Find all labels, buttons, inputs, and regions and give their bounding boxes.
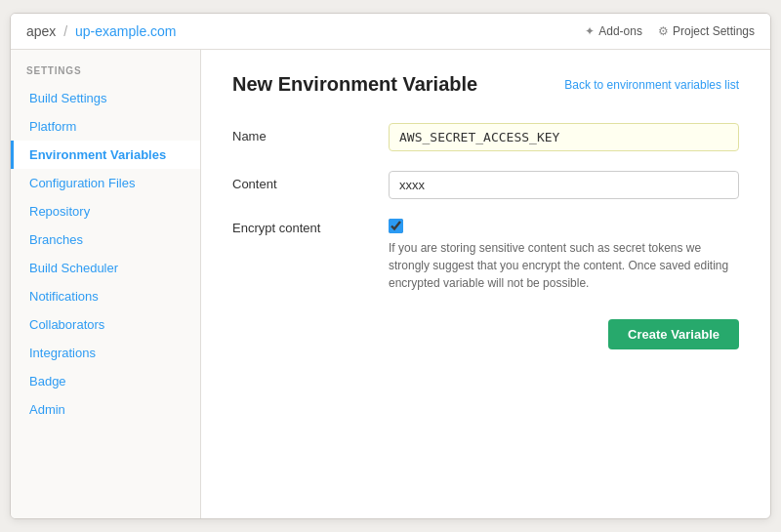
name-row: Name (232, 123, 739, 151)
back-link[interactable]: Back to environment variables list (564, 78, 739, 92)
app-window: apex / up-example.com ✦ Add-ons ⚙ Projec… (10, 13, 771, 519)
addons-link[interactable]: ✦ Add-ons (585, 24, 642, 38)
name-label: Name (232, 123, 389, 143)
sidebar-item-collaborators[interactable]: Collaborators (11, 310, 200, 339)
name-input[interactable] (389, 123, 739, 151)
form-actions: Create Variable (232, 319, 739, 349)
encrypt-checkbox[interactable] (389, 219, 403, 233)
breadcrumb: apex / up-example.com (26, 23, 177, 39)
sidebar-item-notifications[interactable]: Notifications (11, 282, 200, 310)
sidebar-item-platform[interactable]: Platform (11, 112, 200, 141)
main-content: New Environment Variable Back to environ… (201, 50, 770, 518)
sidebar-item-build-settings[interactable]: Build Settings (11, 84, 200, 112)
sidebar-item-branches[interactable]: Branches (11, 225, 200, 254)
sidebar-item-admin[interactable]: Admin (11, 395, 200, 424)
checkbox-row (389, 219, 739, 233)
name-control (389, 123, 739, 151)
sidebar: SETTINGS Build Settings Platform Environ… (11, 50, 201, 518)
project-settings-link[interactable]: ⚙ Project Settings (658, 24, 755, 38)
content-control (389, 171, 739, 199)
breadcrumb-sep: / (63, 23, 67, 39)
sidebar-item-configuration-files[interactable]: Configuration Files (11, 169, 200, 197)
page-title: New Environment Variable (232, 73, 477, 96)
breadcrumb-site[interactable]: up-example.com (75, 23, 177, 39)
sidebar-section-label: SETTINGS (11, 65, 200, 84)
sidebar-item-repository[interactable]: Repository (11, 197, 200, 225)
encrypt-label: Encrypt content (232, 219, 389, 235)
header-actions: ✦ Add-ons ⚙ Project Settings (585, 24, 755, 38)
sidebar-item-build-scheduler[interactable]: Build Scheduler (11, 254, 200, 282)
content-row: Content (232, 171, 739, 199)
header: apex / up-example.com ✦ Add-ons ⚙ Projec… (11, 14, 770, 50)
breadcrumb-prefix: apex (26, 23, 56, 39)
main-header: New Environment Variable Back to environ… (232, 73, 739, 96)
body: SETTINGS Build Settings Platform Environ… (11, 50, 770, 518)
create-variable-button[interactable]: Create Variable (608, 319, 739, 349)
sidebar-item-environment-variables[interactable]: Environment Variables (11, 141, 200, 169)
addons-label: Add-ons (598, 24, 642, 38)
content-label: Content (232, 171, 389, 191)
gear-icon: ⚙ (658, 24, 669, 38)
star-icon: ✦ (585, 24, 595, 38)
project-settings-label: Project Settings (673, 24, 755, 38)
encrypt-row: Encrypt content If you are storing sensi… (232, 219, 739, 292)
encrypt-hint: If you are storing sensitive content suc… (389, 239, 739, 292)
sidebar-item-integrations[interactable]: Integrations (11, 339, 200, 367)
content-input[interactable] (389, 171, 739, 199)
sidebar-item-badge[interactable]: Badge (11, 367, 200, 395)
encrypt-control: If you are storing sensitive content suc… (389, 219, 739, 292)
